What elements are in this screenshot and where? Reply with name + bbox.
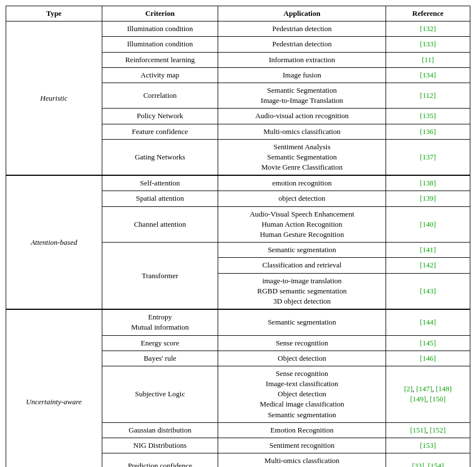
reference-cell: [133] [386,37,470,52]
application-cell: Multi-omics classficationMulti-spectral … [218,453,386,467]
reference-cell: [146] [386,351,470,366]
reference-cell: [137] [386,139,470,175]
type-cell: Uncertainty-aware [6,309,102,467]
criterion-cell: NIG Distributions [102,438,218,453]
reference-cell: [144] [386,309,470,335]
criterion-cell: Spatial attention [102,191,218,206]
criterion-cell: Reinforcement learning [102,52,218,67]
criterion-cell: Transformer [102,243,218,309]
criterion-cell: EntropyMutual information [102,309,218,335]
criterion-cell: Correlation [102,83,218,108]
application-cell: Object detection [218,351,386,366]
criterion-cell: Self-attention [102,175,218,191]
application-cell: object detection [218,191,386,206]
application-cell: Sense recognition [218,335,386,351]
reference-cell: [141] [386,243,470,258]
reference-cell: [112] [386,83,470,108]
reference-cell: [145] [386,335,470,351]
reference-cell: [33], [154] [386,453,470,467]
criterion-cell: Prediction confidence [102,453,218,467]
reference-cell: [2], [147], [148][149], [150] [386,366,470,422]
application-cell: emotion recognition [218,175,386,191]
type-cell: Heuristic [6,21,102,176]
criterion-cell: Illumination condition [102,37,218,52]
main-table: Type Criterion Application Reference Heu… [6,6,470,467]
reference-cell: [142] [386,258,470,273]
reference-cell: [140] [386,206,470,243]
application-cell: Pedestrian detection [218,21,386,37]
criterion-cell: Activity map [102,67,218,83]
reference-cell: [11] [386,52,470,67]
application-cell: Information extraction [218,52,386,67]
application-cell: Semantic segmentation [218,309,386,335]
criterion-cell: Policy Network [102,109,218,124]
application-cell: Sentiment AnalysisSemantic SegmentationM… [218,139,386,175]
application-cell: Semantic SegmentationImage-to-Image Tran… [218,83,386,108]
application-cell: Sense recognitionImage-text classificati… [218,366,386,422]
reference-cell: [153] [386,438,470,453]
header-reference: Reference [386,6,470,21]
criterion-cell: Bayes' rule [102,351,218,366]
criterion-cell: Subjective Logic [102,366,218,422]
application-cell: Audio-visual action recognition [218,109,386,124]
criterion-cell: Gating Networks [102,139,218,175]
reference-cell: [138] [386,175,470,191]
application-cell: Emotion Recognition [218,422,386,438]
reference-cell: [143] [386,273,470,309]
reference-cell: [132] [386,21,470,37]
application-cell: Semantic segmentation [218,243,386,258]
application-cell: Multi-omics classification [218,124,386,139]
application-cell: Classification and retrieval [218,258,386,273]
criterion-cell: Channel attention [102,206,218,243]
header-criterion: Criterion [102,6,218,21]
application-cell: Sentiment recognition [218,438,386,453]
header-application: Application [218,6,386,21]
application-cell: Image fusion [218,67,386,83]
criterion-cell: Feature confidence [102,124,218,139]
criterion-cell: Energy score [102,335,218,351]
reference-cell: [139] [386,191,470,206]
type-cell: Attention-based [6,175,102,309]
header-type: Type [6,6,102,21]
application-cell: Audio-Visual Speech EnhancementHuman Act… [218,206,386,243]
reference-cell: [134] [386,67,470,83]
criterion-cell: Gaussian distribution [102,422,218,438]
application-cell: image-to-image translationRGBD semantic … [218,273,386,309]
criterion-cell: Illumination condition [102,21,218,37]
reference-cell: [136] [386,124,470,139]
application-cell: Pedestrian detection [218,37,386,52]
reference-cell: [135] [386,109,470,124]
reference-cell: [151], [152] [386,422,470,438]
